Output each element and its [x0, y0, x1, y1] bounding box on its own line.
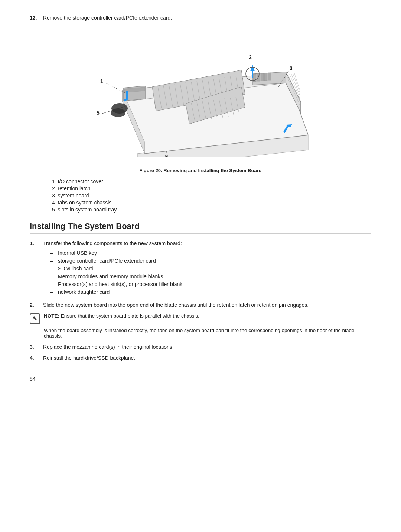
- svg-text:5: 5: [97, 110, 100, 116]
- figure-legend: 1. I/O connector cover 2. retention latc…: [52, 178, 371, 213]
- svg-rect-38: [264, 73, 267, 81]
- step-2-num: 2.: [30, 302, 43, 308]
- svg-point-61: [111, 108, 125, 117]
- section-title: Installing The System Board: [30, 221, 371, 234]
- step-3-content: Replace the mezzanine card(s) in their o…: [43, 344, 371, 350]
- sub-item-1: Internal USB key: [50, 250, 371, 256]
- install-steps: 1. Transfer the following components to …: [30, 240, 371, 308]
- step-1-sublist: Internal USB key storage controller card…: [50, 250, 371, 295]
- sub-item-6: network daughter card: [50, 289, 371, 295]
- svg-rect-39: [268, 73, 271, 80]
- step-4-content: Reinstall the hard-drive/SSD backplane.: [43, 355, 371, 361]
- sub-item-3: SD vFlash card: [50, 266, 371, 272]
- step-2-content: Slide the new system board into the open…: [43, 302, 371, 308]
- diagram-container: 1 2 3 4 5: [30, 27, 371, 161]
- legend-item-2: 2. retention latch: [52, 185, 371, 191]
- step-4-text: Reinstall the hard-drive/SSD backplane.: [43, 355, 135, 361]
- note-text: Ensure that the system board plate is pa…: [61, 313, 199, 319]
- sub-item-2: storage controller card/PCIe extender ca…: [50, 258, 371, 264]
- legend-item-4: 4. tabs on system chassis: [52, 200, 371, 206]
- step-12: 12. Remove the storage controller card/P…: [30, 15, 371, 21]
- install-step-3: 3. Replace the mezzanine card(s) in thei…: [30, 344, 371, 350]
- sub-item-5: Processor(s) and heat sink(s), or proces…: [50, 281, 371, 287]
- step-12-text: Remove the storage controller card/PCIe …: [43, 15, 371, 21]
- step-3-text: Replace the mezzanine card(s) in their o…: [43, 344, 174, 350]
- legend-item-5: 5. slots in system board tray: [52, 207, 371, 213]
- svg-line-46: [294, 72, 300, 91]
- svg-rect-36: [257, 74, 260, 81]
- note-label: NOTE:: [44, 313, 59, 319]
- install-step-1: 1. Transfer the following components to …: [30, 240, 371, 297]
- install-step-4: 4. Reinstall the hard-drive/SSD backplan…: [30, 355, 371, 361]
- step-1-content: Transfer the following components to the…: [43, 240, 371, 297]
- legend-item-1: 1. I/O connector cover: [52, 178, 371, 184]
- step-1-num: 1.: [30, 240, 43, 246]
- step-2-text: Slide the new system board into the open…: [43, 302, 309, 308]
- sub-item-4: Memory modules and memory module blanks: [50, 273, 371, 279]
- legend-item-3: 3. system board: [52, 193, 371, 198]
- note-content: NOTE: Ensure that the system board plate…: [44, 313, 371, 319]
- step-1-text: Transfer the following components to the…: [43, 240, 182, 246]
- svg-rect-37: [261, 73, 264, 81]
- svg-text:1: 1: [100, 78, 103, 84]
- step-3-num: 3.: [30, 344, 43, 350]
- note-box: NOTE: Ensure that the system board plate…: [30, 313, 371, 324]
- step-12-number: 12.: [30, 15, 43, 21]
- install-step-2: 2. Slide the new system board into the o…: [30, 302, 371, 308]
- note-body: When the board assembly is installed cor…: [44, 328, 371, 339]
- svg-text:3: 3: [290, 65, 293, 71]
- system-board-diagram: 1 2 3 4 5: [71, 31, 330, 157]
- svg-text:2: 2: [249, 54, 252, 60]
- note-icon: [30, 313, 40, 324]
- step-4-num: 4.: [30, 355, 43, 361]
- figure-caption: Figure 20. Removing and Installing the S…: [30, 168, 371, 173]
- figure-caption-text: Figure 20. Removing and Installing the S…: [139, 168, 261, 173]
- page-number: 54: [30, 376, 371, 382]
- install-steps-cont: 3. Replace the mezzanine card(s) in thei…: [30, 344, 371, 361]
